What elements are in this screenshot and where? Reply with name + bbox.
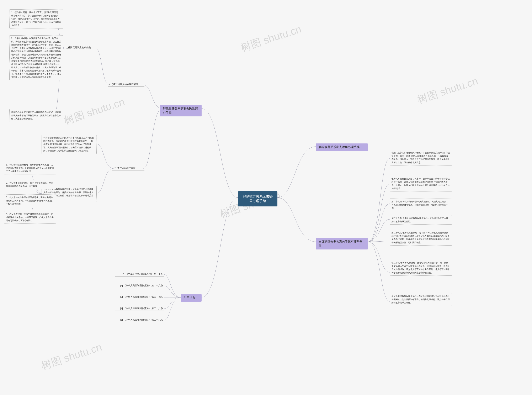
branch-left-lawrefs[interactable]: 引用法条 bbox=[181, 294, 201, 302]
law-ref-3: [3] 《中华人民共和国收养法》 第二十七条 bbox=[115, 295, 164, 299]
litigation-point-2: 2、养父母不尽抚养义务，影响子女健康成长，生父母要求解除收养关系的，应予解除。 bbox=[4, 180, 56, 189]
watermark: 树图 shutu.cn bbox=[239, 22, 303, 55]
watermark: 树图 shutu.cn bbox=[39, 340, 104, 373]
mindmap-canvas: 树图 shutu.cn 树图 shutu.cn 树图 shutu.cn 树图 s… bbox=[0, 0, 532, 395]
right-detail-6: 第三十条 收养关系解除后，经养父母抚养的成年养子女，对缺乏劳动能力又缺乏生活来源… bbox=[390, 260, 452, 276]
right-detail-7: 生父母要求解除收养关系的，养父母可以要求生父母适当补偿收养期间支出的生活费和教育… bbox=[390, 293, 452, 306]
law-ref-4: [4] 《中华人民共和国收养法》 第二十八条 bbox=[115, 306, 164, 311]
root-node[interactable]: 解除收养关系应去哪里办理手续 bbox=[238, 191, 277, 206]
branch-right-1[interactable]: 解除收养关系应去哪里办理手续 bbox=[316, 143, 368, 151]
litigation-1: 一方要求解除收养关系而另一方不同意的,或双方同意解除收养关系，但在财产和生活困难… bbox=[42, 135, 97, 154]
right-detail-3: 第二十七条 养父母与成年养子女关系恶化、无法共同生活的，可以协议解除收养关系。不… bbox=[390, 198, 452, 211]
condition-1: 1、须当事人同意。就收养方而言，须得养父母同意，就被收养方而言，养子女已成年时，… bbox=[9, 9, 63, 28]
branch-right-2[interactable]: 自愿解除收养关系的手续有哪些条件 bbox=[316, 238, 368, 249]
litigation-point-4: 4、养父母发现养子女有生理缺陷或者其他病症，要求解除收养关系的，一般不予解除。但… bbox=[4, 211, 56, 224]
sub-agreement[interactable]: (一)通过当事人的协议而解除。 bbox=[108, 82, 144, 87]
watermark: 树图 shutu.cn bbox=[416, 74, 480, 107]
right-detail-1: 我国《收养法》有详细的关于怎样才能解除收养关系的说明和规定要求：第二十六条 收养… bbox=[390, 150, 452, 165]
law-ref-2: [2] 《中华人民共和国收养法》 第二十六条 bbox=[115, 283, 164, 288]
law-ref-5: [5] 《中华人民共和国收养法》 第二十九条 bbox=[115, 318, 164, 322]
law-ref-1: [1] 《中华人民共和国收养法》 第三十条 bbox=[115, 272, 164, 276]
watermark: 树图 shutu.cn bbox=[62, 95, 127, 127]
right-detail-5: 第二十九条 收养关系解除后，养子女与养父母及其他近亲属间的权利义务关系即行消除，… bbox=[390, 230, 452, 246]
condition-3: 基层政权机关或户籍部门办理解除收养的登记，也要对当事人的申请进行严格的审查，按照… bbox=[9, 109, 63, 122]
right-detail-2: 收养人不履行抚养义务，有虐待、遗弃等侵害未成年养子女合法权益行为的，送养人有权要… bbox=[390, 176, 452, 192]
litigation-point-3: 3、养父母与成年养子女关系的恶化，再继续共同生活对双方均为不利，一方坚决要求解除… bbox=[4, 194, 56, 207]
branch-left-procedures[interactable]: 解除收养关系需要去民政部办手续 bbox=[160, 105, 201, 116]
conditions-header: 这种情况需满足的条件是： bbox=[65, 45, 96, 50]
sub-litigation[interactable]: (二)通过诉讼程序解除。 bbox=[112, 166, 144, 170]
right-detail-4: 第二十八条 当事人协议解除收养关系的，应当到民政部门办理解除收养关系的登记。 bbox=[390, 215, 452, 225]
condition-2: 2、当事人须对财产生活问题已有适当处理，别无争议。协议解除收养可按公证或登记程序… bbox=[9, 35, 63, 80]
litigation-point-1: 1、养父母和生父母反悔，要求解除收养关系的，人民法院应查明情况，听取被收养人的意… bbox=[4, 162, 56, 174]
